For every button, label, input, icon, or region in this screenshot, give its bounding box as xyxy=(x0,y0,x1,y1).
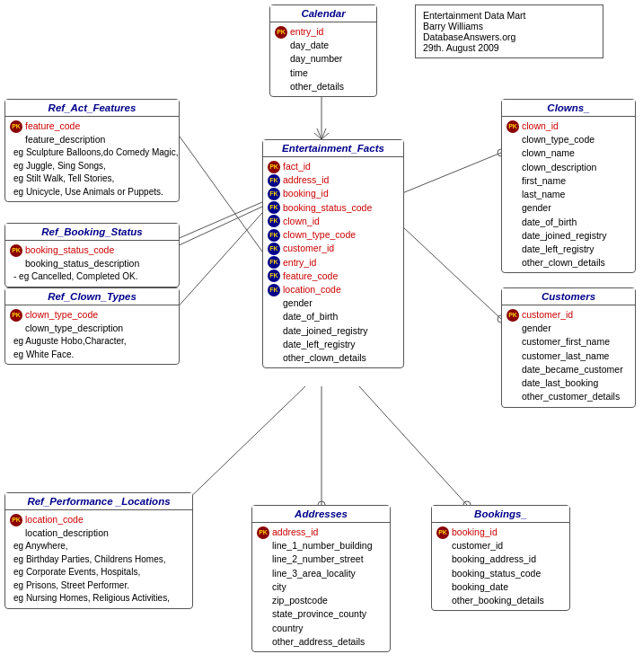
customers-body: PK customer_id gender customer_first_nam… xyxy=(502,305,635,407)
svg-line-3 xyxy=(317,128,322,139)
entity-ref-performance-locations: Ref_Performance _Locations PK location_c… xyxy=(4,492,193,609)
fk-icon-clown_id: FK xyxy=(268,215,280,227)
fk-icon-booking_status_code: FK xyxy=(268,201,280,214)
entity-entertainment-facts: Entertainment_Facts PK fact_id FK addres… xyxy=(262,139,404,368)
info-line2: Barry Williams xyxy=(423,21,595,31)
svg-line-21 xyxy=(175,207,262,247)
field-name-time: time xyxy=(275,66,308,80)
info-line4: 29th. August 2009 xyxy=(423,42,595,53)
fk-icon-address_id: FK xyxy=(268,174,280,187)
ref-booking-status-title: Ref_Booking_Status xyxy=(5,224,179,241)
field-name-day_date: day_date xyxy=(275,39,329,52)
ref-clown-types-body: PK clown_type_code clown_type_descriptio… xyxy=(5,305,179,364)
field-day_number: day_number xyxy=(275,52,372,66)
entity-addresses: Addresses PK address_id line_1_number_bu… xyxy=(251,505,391,652)
addresses-title: Addresses xyxy=(252,506,390,523)
entity-customers: Customers PK customer_id gender customer… xyxy=(501,287,636,408)
clowns-title: Clowns_ xyxy=(502,100,635,117)
field-other_details: other_details xyxy=(275,80,372,93)
info-box: Entertainment Data Mart Barry Williams D… xyxy=(415,4,603,58)
info-line1: Entertainment Data Mart xyxy=(423,10,595,21)
pk-icon-location_code: PK xyxy=(10,514,22,526)
field-name-other_details: other_details xyxy=(275,80,344,93)
calendar-body: PK entry_id day_date day_number time oth… xyxy=(270,22,376,96)
svg-line-4 xyxy=(322,128,326,139)
entity-bookings: Bookings_ PK booking_id customer_id book… xyxy=(431,505,570,611)
pk-icon-booking_status_code: PK xyxy=(10,244,22,257)
fk-icon-location_code: FK xyxy=(268,284,280,296)
svg-line-11 xyxy=(402,153,501,193)
fk-icon-booking_id: FK xyxy=(268,188,280,200)
pk-icon-booking_id: PK xyxy=(436,526,449,539)
ref-act-features-title: Ref_Act_Features xyxy=(5,100,179,117)
clowns-body: PK clown_id clown_type_code clown_name c… xyxy=(502,117,635,272)
fk-icon-customer_id: FK xyxy=(268,243,280,255)
info-line3: DatabaseAnswers.org xyxy=(423,31,595,42)
field-name-day_number: day_number xyxy=(275,52,342,66)
pk-icon-feature_code: PK xyxy=(10,120,22,133)
field-day_date: day_date xyxy=(275,39,372,52)
addresses-body: PK address_id line_1_number_building lin… xyxy=(252,523,390,651)
ref-performance-locations-title: Ref_Performance _Locations xyxy=(5,493,192,510)
entertainment-facts-body: PK fact_id FK address_id FK booking_id F… xyxy=(263,157,403,367)
field-entry_id: PK entry_id xyxy=(275,25,372,39)
entity-calendar: Calendar PK entry_id day_date day_number… xyxy=(269,4,377,97)
svg-line-13 xyxy=(402,226,501,319)
bookings-title: Bookings_ xyxy=(432,506,569,523)
entertainment-facts-title: Entertainment_Facts xyxy=(263,140,403,157)
entity-ref-act-features: Ref_Act_Features PK feature_code feature… xyxy=(4,99,180,202)
field-name-entry_id: entry_id xyxy=(290,25,323,39)
svg-line-1 xyxy=(314,133,322,139)
svg-line-5 xyxy=(175,130,262,252)
entity-ref-clown-types: Ref_Clown_Types PK clown_type_code clown… xyxy=(4,287,180,365)
ref-booking-status-body: PK booking_status_code booking_status_de… xyxy=(5,241,179,287)
customers-title: Customers xyxy=(502,288,635,305)
bookings-body: PK booking_id customer_id booking_addres… xyxy=(432,523,569,610)
ref-act-features-body: PK feature_code feature_description eg S… xyxy=(5,117,179,201)
pk-icon-customer_id: PK xyxy=(506,309,519,322)
pk-icon-clown_type_code: PK xyxy=(10,309,22,322)
svg-line-15 xyxy=(180,386,305,508)
pk-icon: PK xyxy=(275,26,287,39)
calendar-title: Calendar xyxy=(270,5,376,22)
svg-line-19 xyxy=(359,386,467,505)
pk-icon-address_id: PK xyxy=(257,526,269,539)
entity-clowns: Clowns_ PK clown_id clown_type_code clow… xyxy=(501,99,636,273)
ref-performance-locations-body: PK location_code location_description eg… xyxy=(5,510,192,608)
fk-icon-feature_code: FK xyxy=(268,270,280,282)
svg-line-7 xyxy=(175,202,262,240)
pk-icon-fact_id: PK xyxy=(268,161,280,173)
diagram-container: Entertainment Data Mart Barry Williams D… xyxy=(0,0,643,672)
svg-line-9 xyxy=(175,213,262,310)
fk-icon-entry_id: FK xyxy=(268,256,280,269)
field-time: time xyxy=(275,66,372,80)
svg-line-2 xyxy=(322,133,329,139)
ref-clown-types-title: Ref_Clown_Types xyxy=(5,288,179,305)
pk-icon-clown_id: PK xyxy=(506,120,519,133)
entity-ref-booking-status: Ref_Booking_Status PK booking_status_cod… xyxy=(4,223,180,287)
fk-icon-clown_type_code: FK xyxy=(268,229,280,242)
